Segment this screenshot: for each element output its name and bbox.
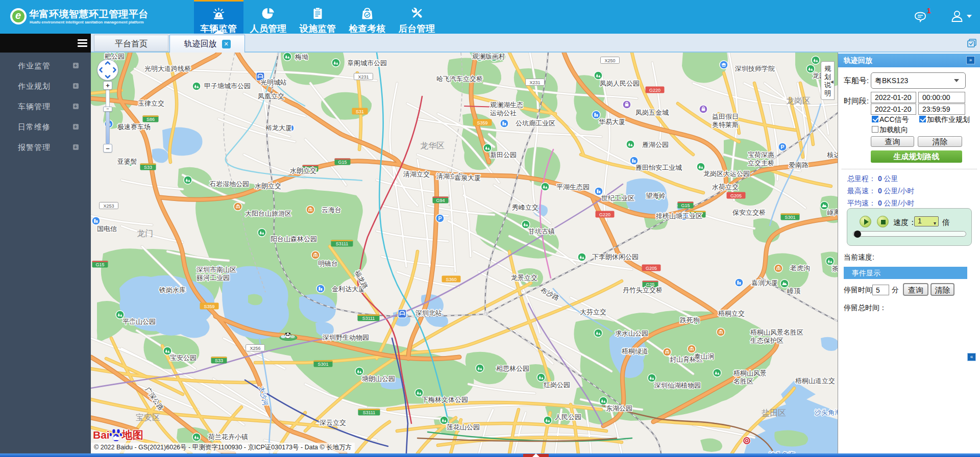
svg-text:深圳北站: 深圳北站 bbox=[415, 309, 442, 317]
svg-text:嘉润大厦: 嘉润大厦 bbox=[751, 279, 778, 287]
svg-text:X231: X231 bbox=[358, 74, 369, 80]
svg-text:奥特莱斯: 奥特莱斯 bbox=[712, 121, 739, 129]
svg-text:X256: X256 bbox=[250, 346, 260, 351]
svg-text:清湖立交: 清湖立交 bbox=[403, 170, 430, 178]
svg-text:阳台山森林公园: 阳台山森林公园 bbox=[271, 235, 317, 243]
svg-text:P: P bbox=[438, 215, 442, 221]
svg-text:du: du bbox=[113, 435, 119, 441]
svg-text:国电信: 国电信 bbox=[97, 225, 117, 233]
svg-text:G205: G205 bbox=[730, 193, 742, 198]
svg-text:东湖公园: 东湖公园 bbox=[606, 404, 632, 412]
svg-text:嘉泉大厦: 嘉泉大厦 bbox=[454, 174, 481, 182]
svg-text:S359: S359 bbox=[477, 120, 487, 125]
svg-text:梧桐绿道: 梧桐绿道 bbox=[622, 347, 648, 355]
svg-text:观澜湖生态: 观澜湖生态 bbox=[490, 101, 523, 109]
svg-text:泰山涧: 泰山涧 bbox=[694, 352, 714, 360]
svg-text:塘朗山公园: 塘朗山公园 bbox=[362, 375, 395, 383]
svg-text:运动公社: 运动公社 bbox=[490, 109, 517, 117]
svg-text:G15: G15 bbox=[338, 160, 347, 165]
svg-text:S301: S301 bbox=[785, 215, 795, 220]
svg-text:凤岗五金城: 凤岗五金城 bbox=[635, 109, 669, 116]
svg-text:明镜台: 明镜台 bbox=[318, 260, 338, 267]
svg-text:甘坑古镇: 甘坑古镇 bbox=[528, 227, 555, 235]
svg-text:深圳仙湖植物园: 深圳仙湖植物园 bbox=[654, 382, 701, 389]
svg-text:下李朗休闲公园: 下李朗休闲公园 bbox=[592, 253, 639, 261]
svg-text:下梅林文体公园: 下梅林文体公园 bbox=[422, 396, 468, 403]
svg-text:大阳台山旅游区: 大阳台山旅游区 bbox=[245, 210, 291, 217]
svg-text:雁田怡安工业城: 雁田怡安工业城 bbox=[635, 164, 682, 171]
svg-text:公坑廊工业区: 公坑廊工业区 bbox=[516, 119, 555, 127]
svg-text:雁湖公园: 雁湖公园 bbox=[642, 141, 669, 148]
svg-text:X250: X250 bbox=[604, 58, 615, 63]
svg-text:龙华区: 龙华区 bbox=[420, 141, 445, 150]
svg-text:名胜区: 名胜区 bbox=[733, 377, 753, 385]
svg-text:新田公园: 新田公园 bbox=[490, 151, 517, 159]
svg-text:哈飞汽车立交桥: 哈飞汽车立交桥 bbox=[436, 75, 483, 83]
svg-text:云海台: 云海台 bbox=[322, 206, 341, 214]
svg-text:水朗立交: 水朗立交 bbox=[290, 167, 316, 174]
svg-text:丹竹头立交桥: 丹竹头立交桥 bbox=[623, 286, 663, 294]
svg-text:宝安公园: 宝安公园 bbox=[170, 354, 197, 362]
svg-text:S86: S86 bbox=[146, 117, 155, 122]
svg-text:秀峰立交: 秀峰立交 bbox=[512, 204, 538, 211]
svg-text:盐田区: 盐田区 bbox=[762, 409, 786, 417]
svg-text:石岩湿地公园: 石岩湿地公园 bbox=[209, 180, 249, 188]
svg-text:平湖生态园: 平湖生态园 bbox=[556, 183, 590, 191]
svg-text:P: P bbox=[780, 144, 784, 150]
svg-text:嶂顶: 嶂顶 bbox=[787, 287, 801, 295]
svg-text:龙景立交: 龙景立交 bbox=[511, 274, 537, 282]
svg-text:立交主桥: 立交主桥 bbox=[748, 159, 774, 167]
svg-text:梧桐山道立交: 梧桐山道立交 bbox=[795, 377, 835, 385]
svg-text:莲花山公园: 莲花山公园 bbox=[447, 423, 480, 431]
svg-text:光明城站: 光明城站 bbox=[260, 79, 287, 86]
svg-text:X231: X231 bbox=[529, 80, 540, 85]
svg-text:大芬立交: 大芬立交 bbox=[580, 308, 606, 316]
svg-text:世纪工业区: 世纪工业区 bbox=[601, 194, 634, 202]
svg-text:G94: G94 bbox=[436, 198, 445, 203]
svg-text:龙门: 龙门 bbox=[137, 229, 153, 238]
svg-text:S31: S31 bbox=[356, 109, 364, 114]
svg-text:宝安区: 宝安区 bbox=[136, 413, 160, 422]
svg-text:生态保护区: 生态保护区 bbox=[750, 337, 783, 344]
svg-text:观澜版画村: 观澜版画村 bbox=[472, 53, 505, 60]
svg-text:凤岗人民公园: 凤岗人民公园 bbox=[600, 80, 640, 87]
svg-text:龙岗区大运公园: 龙岗区大运公园 bbox=[703, 170, 750, 177]
svg-text:S3111: S3111 bbox=[336, 241, 349, 246]
svg-text:深圳技师学院: 深圳技师学院 bbox=[734, 65, 775, 72]
svg-text:宝荷深惠: 宝荷深惠 bbox=[748, 151, 774, 159]
svg-text:排榜山塘工业区: 排榜山塘工业区 bbox=[656, 212, 702, 220]
svg-text:红岗公园: 红岗公园 bbox=[544, 381, 570, 389]
svg-text:益田假日: 益田假日 bbox=[712, 113, 739, 120]
svg-text:G15: G15 bbox=[95, 262, 104, 267]
svg-text:丽河工业园: 丽河工业园 bbox=[197, 274, 230, 282]
svg-text:梧桐山风景名胜区: 梧桐山风景名胜区 bbox=[750, 328, 803, 336]
svg-text:S33: S33 bbox=[144, 165, 152, 170]
svg-text:保安立交桥: 保安立交桥 bbox=[732, 209, 766, 216]
svg-text:深圳野生动物园: 深圳野生动物园 bbox=[322, 334, 369, 341]
svg-text:荷兰花卉小镇: 荷兰花卉小镇 bbox=[208, 433, 248, 441]
svg-text:凤凰立交: 凤凰立交 bbox=[258, 92, 284, 100]
svg-text:平峦山公园: 平峦山公园 bbox=[122, 318, 156, 325]
svg-text:S3111: S3111 bbox=[363, 410, 376, 415]
svg-text:G205: G205 bbox=[646, 266, 657, 271]
svg-text:章阁城市公园: 章阁城市公园 bbox=[347, 59, 387, 67]
svg-text:G220: G220 bbox=[599, 212, 610, 217]
svg-text:裕龙大厦: 裕龙大厦 bbox=[265, 124, 292, 132]
svg-text:望海岭: 望海岭 bbox=[646, 192, 666, 199]
svg-text:S3111: S3111 bbox=[362, 316, 375, 321]
svg-text:梧桐山风景: 梧桐山风景 bbox=[733, 369, 767, 377]
svg-text:金利达大厦: 金利达大厦 bbox=[332, 285, 365, 293]
svg-text:求水山公园: 求水山公园 bbox=[615, 329, 648, 337]
svg-text:华易大厦: 华易大厦 bbox=[599, 118, 625, 125]
svg-text:梧桐立交: 梧桐立交 bbox=[718, 310, 745, 317]
svg-text:龙岗区: 龙岗区 bbox=[786, 96, 811, 105]
svg-text:深圳市南山区: 深圳市南山区 bbox=[196, 266, 236, 273]
svg-text:梅坳: 梅坳 bbox=[295, 53, 308, 61]
svg-text:水朗立交: 水朗立交 bbox=[255, 182, 281, 190]
svg-text:S33: S33 bbox=[215, 358, 223, 363]
svg-text:老虎沟: 老虎沟 bbox=[790, 264, 810, 272]
svg-text:S301: S301 bbox=[317, 362, 328, 367]
svg-text:人民公园: 人民公园 bbox=[555, 413, 581, 421]
svg-text:S360: S360 bbox=[446, 277, 456, 282]
svg-text:玉律立交: 玉律立交 bbox=[138, 99, 164, 107]
